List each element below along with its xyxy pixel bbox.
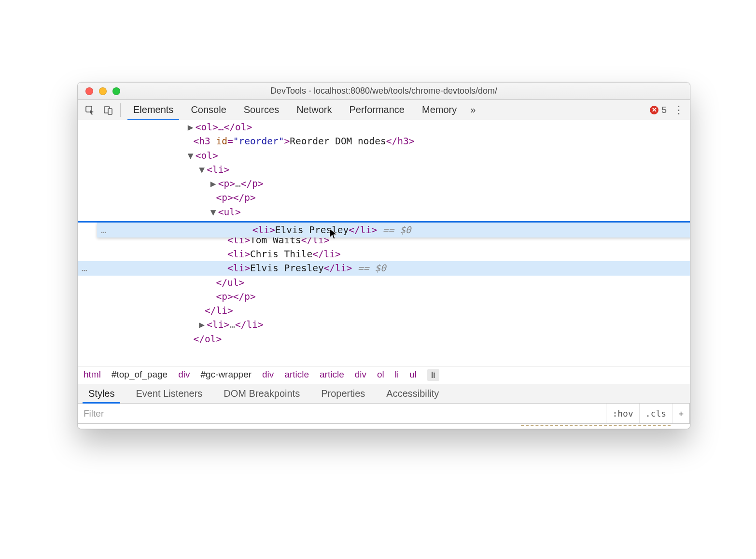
devtools-window: DevTools - localhost:8080/web/tools/chro… xyxy=(77,82,690,429)
device-toggle-icon[interactable] xyxy=(100,103,116,117)
breadcrumb-item[interactable]: ul xyxy=(409,369,417,381)
panel-tabs: Elements Console Sources Network Perform… xyxy=(125,100,465,120)
cls-button[interactable]: .cls xyxy=(640,404,672,423)
breadcrumb-item-selected[interactable]: li xyxy=(427,369,439,381)
breadcrumb-item[interactable]: #top_of_page xyxy=(112,369,168,381)
svg-rect-2 xyxy=(108,109,112,114)
dom-tree[interactable]: ▶<ol>…</ol> <h3 id="reorder">Reorder DOM… xyxy=(78,120,690,366)
breadcrumb-item[interactable]: article xyxy=(320,369,344,381)
dom-row[interactable]: ▼<ul> xyxy=(78,205,690,219)
close-icon[interactable] xyxy=(85,87,93,95)
mouse-cursor-icon xyxy=(329,228,338,239)
breadcrumb-item[interactable]: li xyxy=(395,369,399,381)
subtab-event-listeners[interactable]: Event Listeners xyxy=(125,384,213,403)
breadcrumb-item[interactable]: div xyxy=(178,369,190,381)
titlebar: DevTools - localhost:8080/web/tools/chro… xyxy=(78,83,690,100)
dom-row[interactable]: ▼<li> xyxy=(78,163,690,177)
subtab-styles[interactable]: Styles xyxy=(78,384,125,403)
breadcrumb-item[interactable]: div xyxy=(262,369,274,381)
error-count: 5 xyxy=(661,105,667,115)
tab-memory[interactable]: Memory xyxy=(413,100,465,120)
breadcrumb-item[interactable]: #gc-wrapper xyxy=(200,369,252,381)
dom-row[interactable]: ▶<p>…</p> xyxy=(78,177,690,191)
traffic-lights xyxy=(78,87,120,95)
dom-row[interactable]: </ol> xyxy=(78,332,690,346)
dom-row[interactable]: <h3 id="reorder">Reorder DOM nodes</h3> xyxy=(78,134,690,148)
breadcrumb-item[interactable]: html xyxy=(84,369,101,381)
breadcrumb-item[interactable]: div xyxy=(355,369,366,381)
styles-content xyxy=(78,424,690,429)
sidebar-tabs: Styles Event Listeners DOM Breakpoints P… xyxy=(78,384,690,404)
dom-row[interactable]: <li>Chris Thile</li> xyxy=(78,247,690,261)
breadcrumb-item[interactable]: ol xyxy=(377,369,384,381)
dom-row[interactable]: ▶<li>…</li> xyxy=(78,318,690,332)
subtab-properties[interactable]: Properties xyxy=(310,384,376,403)
styles-buttons: :hov .cls + xyxy=(606,404,690,423)
toolbar-separator xyxy=(120,103,121,117)
kebab-menu-icon[interactable]: ⋮ xyxy=(672,104,686,116)
tab-network[interactable]: Network xyxy=(288,100,340,120)
dom-row-selected[interactable]: … <li>Elvis Presley</li> == $0 xyxy=(78,261,690,275)
tab-performance[interactable]: Performance xyxy=(341,100,414,120)
drag-ghost-row: … <li>Elvis Presley</li> == $0 xyxy=(97,223,690,238)
new-style-rule-button[interactable]: + xyxy=(672,404,690,423)
breadcrumb: html #top_of_page div #gc-wrapper div ar… xyxy=(78,366,690,384)
subtab-dom-breakpoints[interactable]: DOM Breakpoints xyxy=(213,384,310,403)
dom-row[interactable]: ▼<ol> xyxy=(78,149,690,163)
error-counter[interactable]: ✕ 5 xyxy=(645,105,672,115)
subtab-accessibility[interactable]: Accessibility xyxy=(376,384,449,403)
tab-elements[interactable]: Elements xyxy=(125,100,182,120)
dom-row[interactable]: <p></p> xyxy=(78,191,690,205)
zoom-icon[interactable] xyxy=(112,87,120,95)
main-toolbar: Elements Console Sources Network Perform… xyxy=(78,100,690,120)
tab-console[interactable]: Console xyxy=(182,100,235,120)
dom-row[interactable]: ▶<ol>…</ol> xyxy=(78,120,690,134)
tabs-overflow-icon[interactable]: » xyxy=(465,100,480,120)
styles-toolbar: :hov .cls + xyxy=(78,404,690,424)
error-icon: ✕ xyxy=(650,106,658,114)
dom-row[interactable]: <p></p> xyxy=(78,290,690,304)
dom-row[interactable]: </li> xyxy=(78,304,690,318)
minimize-icon[interactable] xyxy=(99,87,107,95)
inspect-icon[interactable] xyxy=(82,103,98,117)
dom-row[interactable]: </ul> xyxy=(78,276,690,290)
window-title: DevTools - localhost:8080/web/tools/chro… xyxy=(78,86,690,96)
breadcrumb-item[interactable]: article xyxy=(284,369,309,381)
box-model-preview xyxy=(521,425,671,427)
hov-button[interactable]: :hov xyxy=(606,404,639,423)
styles-filter-input[interactable] xyxy=(78,404,606,423)
tab-sources[interactable]: Sources xyxy=(235,100,288,120)
